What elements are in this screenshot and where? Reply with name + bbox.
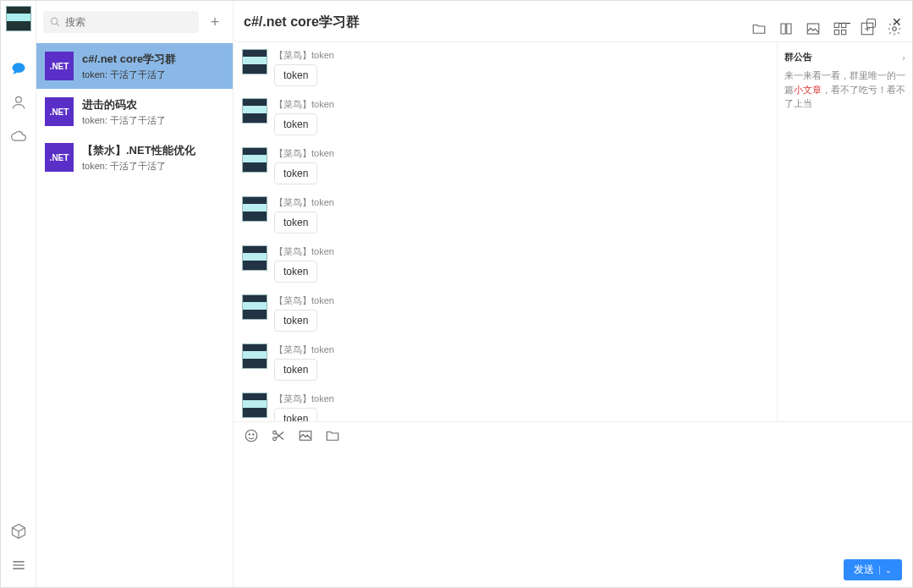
image-tool-icon[interactable] — [298, 428, 313, 446]
chevron-right-icon[interactable]: › — [902, 52, 905, 63]
message-bubble: token — [274, 261, 317, 283]
message-avatar[interactable] — [242, 343, 267, 369]
input-area: 发送 ⌄ — [234, 421, 912, 587]
svg-point-1 — [15, 96, 21, 102]
message-avatar[interactable] — [242, 49, 267, 74]
send-row: 发送 ⌄ — [234, 552, 912, 587]
chat-panel: c#/.net core学习群 — ▢ ✕ 【菜鸟】tokentoken【菜鸟】… — [234, 1, 912, 587]
message-sender: 【菜鸟】token — [274, 49, 334, 62]
message-sender: 【菜鸟】token — [274, 196, 334, 209]
message-row: 【菜鸟】tokentoken — [242, 343, 768, 381]
message-sender: 【菜鸟】token — [274, 343, 334, 356]
conversation-title: c#/.net core学习群 — [82, 52, 224, 67]
header-toolbar — [234, 21, 912, 41]
message-bubble: token — [274, 64, 317, 86]
cloud-icon[interactable] — [8, 126, 29, 146]
svg-point-11 — [249, 433, 250, 434]
message-row: 【菜鸟】tokentoken — [242, 294, 768, 332]
box-icon[interactable] — [8, 521, 29, 541]
nav-bar — [1, 1, 36, 587]
search-box[interactable] — [43, 11, 199, 33]
message-input-wrapper — [234, 451, 912, 552]
input-toolbar — [234, 422, 912, 451]
svg-point-9 — [893, 27, 897, 31]
conversation-preview: token: 干活了干活了 — [82, 160, 224, 173]
search-input[interactable] — [65, 16, 192, 28]
announcement-body: 来一来看一看，群里唯一的一篇小文章，看不了吃亏！看不了上当 — [784, 69, 905, 111]
add-button[interactable]: + — [204, 11, 226, 33]
message-avatar[interactable] — [242, 393, 267, 418]
conversation-list: .NETc#/.net core学习群token: 干活了干活了.NET进击的码… — [36, 43, 233, 587]
conversation-item[interactable]: .NETc#/.net core学习群token: 干活了干活了 — [36, 43, 233, 89]
svg-point-10 — [245, 430, 257, 442]
message-avatar[interactable] — [242, 294, 267, 320]
chat-icon[interactable] — [8, 58, 29, 79]
group-avatar: .NET — [45, 52, 74, 80]
message-avatar[interactable] — [242, 98, 267, 124]
svg-rect-5 — [842, 23, 846, 27]
chevron-down-icon[interactable]: ⌄ — [879, 566, 892, 574]
scissors-icon[interactable] — [271, 428, 286, 446]
message-bubble: token — [274, 359, 317, 381]
message-row: 【菜鸟】tokentoken — [242, 49, 768, 86]
conversation-preview: token: 干活了干活了 — [82, 69, 224, 81]
search-icon — [50, 16, 60, 28]
conversation-preview: token: 干活了干活了 — [82, 114, 224, 127]
group-avatar: .NET — [45, 97, 74, 126]
message-sender: 【菜鸟】token — [274, 294, 334, 307]
message-avatar[interactable] — [242, 147, 267, 173]
apps-icon[interactable] — [833, 21, 848, 36]
message-sender: 【菜鸟】token — [274, 245, 334, 258]
emoji-icon[interactable] — [244, 428, 259, 446]
conversation-panel: + .NETc#/.net core学习群token: 干活了干活了.NET进击… — [36, 1, 234, 587]
message-bubble: token — [274, 212, 317, 234]
image-icon[interactable] — [806, 21, 821, 36]
svg-rect-7 — [842, 30, 846, 35]
message-row: 【菜鸟】tokentoken — [242, 147, 768, 184]
chat-body: 【菜鸟】tokentoken【菜鸟】tokentoken【菜鸟】tokentok… — [234, 41, 912, 421]
svg-point-2 — [52, 18, 58, 24]
conversation-title: 进击的码农 — [82, 97, 224, 113]
file-tool-icon[interactable] — [325, 428, 340, 446]
message-bubble: token — [274, 162, 317, 184]
svg-rect-4 — [834, 23, 839, 27]
svg-point-0 — [12, 63, 25, 73]
svg-rect-6 — [834, 30, 839, 35]
message-bubble: token — [274, 113, 317, 135]
add-square-icon[interactable] — [860, 21, 875, 36]
contacts-icon[interactable] — [8, 92, 29, 113]
announcement-panel: 群公告 › 来一来看一看，群里唯一的一篇小文章，看不了吃亏！看不了上当 — [777, 42, 912, 421]
settings-icon[interactable] — [887, 21, 902, 36]
user-avatar[interactable] — [6, 6, 31, 31]
conversation-item[interactable]: .NET进击的码农token: 干活了干活了 — [36, 89, 233, 135]
conversation-item[interactable]: .NET【禁水】.NET性能优化token: 干活了干活了 — [36, 135, 233, 180]
svg-point-12 — [253, 433, 254, 434]
message-input[interactable] — [244, 454, 902, 549]
message-sender: 【菜鸟】token — [274, 98, 334, 111]
book-icon[interactable] — [778, 21, 794, 36]
send-button[interactable]: 发送 ⌄ — [844, 559, 902, 580]
message-row: 【菜鸟】tokentoken — [242, 98, 768, 135]
message-sender: 【菜鸟】token — [274, 147, 334, 160]
message-row: 【菜鸟】tokentoken — [242, 196, 768, 234]
message-row: 【菜鸟】tokentoken — [242, 245, 768, 283]
message-avatar[interactable] — [242, 245, 267, 271]
folder-icon[interactable] — [751, 21, 767, 36]
message-list: 【菜鸟】tokentoken【菜鸟】tokentoken【菜鸟】tokentok… — [234, 42, 777, 421]
announcement-title: 群公告 › — [784, 51, 905, 63]
message-sender: 【菜鸟】token — [274, 393, 334, 405]
message-bubble: token — [274, 310, 317, 332]
message-bubble: token — [274, 408, 317, 421]
menu-icon[interactable] — [8, 555, 29, 575]
group-avatar: .NET — [45, 143, 74, 172]
search-row: + — [36, 1, 233, 43]
message-avatar[interactable] — [242, 196, 267, 222]
conversation-title: 【禁水】.NET性能优化 — [82, 143, 224, 158]
svg-rect-3 — [807, 24, 819, 34]
message-row: 【菜鸟】tokentoken — [242, 393, 768, 421]
